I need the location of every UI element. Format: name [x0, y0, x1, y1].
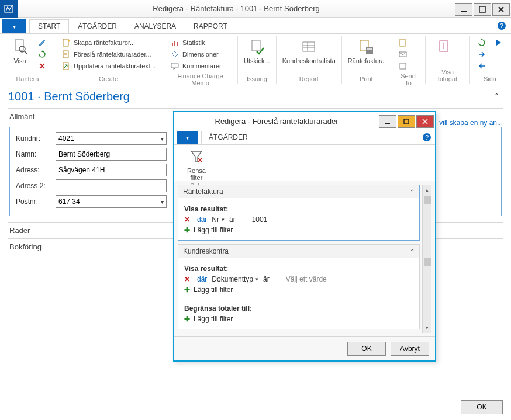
refresh-icon: [477, 38, 486, 47]
rensa-filter-button[interactable]: Rensa filter: [184, 147, 209, 181]
mail-icon: [398, 50, 408, 59]
tab-analysera[interactable]: ANALYSERA: [126, 19, 185, 33]
tab-start[interactable]: START: [29, 19, 69, 33]
namn-input[interactable]: [56, 148, 167, 161]
svg-rect-17: [366, 47, 373, 54]
adress-input[interactable]: [56, 164, 167, 176]
scroll-down-icon[interactable]: ▾: [423, 322, 431, 333]
group-bifogat-title: Visa bifogat: [431, 67, 464, 82]
skapa-rantefakturor-button[interactable]: Skapa räntefakturor...: [60, 37, 157, 48]
statistik-button[interactable]: Statistik: [169, 37, 223, 48]
filter-1-field-select[interactable]: Nr: [212, 216, 225, 224]
adress2-input[interactable]: [56, 179, 167, 192]
visa-button[interactable]: Visa: [7, 37, 33, 64]
utskick-button[interactable]: Utskick...: [244, 37, 270, 64]
print-calc-icon: [357, 37, 375, 56]
attachment-icon: [435, 37, 454, 56]
prev-button[interactable]: [476, 61, 488, 71]
filter-2-field-select[interactable]: Dokumenttyp: [212, 275, 258, 283]
side-panel: vill skapa en ny an...: [439, 117, 503, 127]
tab-rapport[interactable]: RAPPORT: [185, 19, 236, 33]
plus-icon-2: ✚: [184, 286, 190, 294]
add-filter-2-button[interactable]: ✚ Lägg till filter: [184, 286, 413, 294]
side-create-link[interactable]: vill skapa en ny an...: [439, 119, 503, 127]
doc-send-icon: [398, 38, 408, 47]
svg-rect-23: [385, 123, 390, 124]
section-collapse-icon[interactable]: ⌃: [410, 189, 415, 195]
sendto-2-button[interactable]: [397, 49, 409, 60]
refresh-small-button[interactable]: [36, 49, 48, 60]
delete-x-icon: [37, 61, 47, 71]
postnr-select[interactable]: 617 34: [56, 195, 167, 208]
dialog-help-icon[interactable]: ?: [422, 133, 431, 142]
svg-rect-11: [174, 41, 175, 46]
dialog-button-bar: OK Avbryt: [174, 336, 435, 360]
remove-filter-2-button[interactable]: ✕: [184, 275, 192, 283]
visa-resultat-label-2: Visa resultat:: [184, 265, 413, 273]
group-report-title: Report: [282, 74, 336, 82]
comment-icon: [170, 61, 179, 71]
plus-icon-3: ✚: [184, 315, 190, 323]
filter-2-value-placeholder[interactable]: Välj ett värde: [286, 275, 327, 283]
sendto-3-button[interactable]: [397, 61, 409, 71]
kommentarer-button[interactable]: Kommentarer: [169, 61, 223, 71]
svg-rect-24: [404, 119, 409, 124]
group-create-title: Create: [60, 74, 157, 82]
svg-rect-18: [367, 48, 372, 50]
foresla-rader-button[interactable]: Föreslå räntefakturarader...: [60, 49, 157, 60]
tab-atgarder[interactable]: ÅTGÄRDER: [69, 19, 126, 33]
funnel-x-icon: [187, 147, 206, 166]
doc-arrow-icon: [61, 61, 71, 71]
dialog-scrollbar[interactable]: ▴ ▾: [422, 185, 431, 333]
refresh-page-button[interactable]: [476, 37, 488, 48]
plus-icon: ✚: [184, 226, 190, 234]
svg-rect-14: [252, 40, 260, 51]
sendto-1-button[interactable]: [397, 37, 409, 48]
dialog-cancel-button[interactable]: Avbryt: [391, 342, 429, 356]
kundreskontra-section: Kundreskontra ⌃ Visa resultat: ✕ där Dok…: [178, 244, 420, 329]
play-button[interactable]: [492, 37, 504, 48]
next-button[interactable]: [476, 49, 488, 60]
collapse-caret-icon[interactable]: ⌃: [494, 92, 499, 100]
dialog-app-menu-button[interactable]: [177, 131, 198, 144]
remove-filter-1-button[interactable]: ✕: [184, 216, 192, 224]
filter-row-2: ✕ där Dokumenttyp är Välj ett värde: [184, 275, 413, 283]
close-button[interactable]: [492, 3, 510, 16]
maximize-button[interactable]: [474, 3, 491, 16]
visa-bifogat-button[interactable]: [431, 37, 457, 56]
help-icon[interactable]: ?: [497, 21, 506, 30]
rantefaktura-print-button[interactable]: Räntefaktura: [348, 37, 385, 64]
filter-row-1: ✕ där Nr är 1001: [184, 216, 413, 224]
dialog-maximize-button[interactable]: [398, 115, 415, 128]
kundreskontralista-button[interactable]: Kundreskontralista: [282, 37, 336, 64]
svg-rect-10: [172, 43, 173, 46]
uppdatera-text-button[interactable]: Uppdatera räntefakturatext...: [60, 61, 157, 71]
add-filter-1-button[interactable]: ✚ Lägg till filter: [184, 226, 413, 234]
filter-1-value[interactable]: 1001: [252, 216, 268, 224]
edit-small-button[interactable]: [36, 37, 48, 48]
namn-label: Namn:: [16, 150, 56, 158]
dialog-close-button[interactable]: [416, 115, 434, 128]
page-magnify-icon: [11, 37, 29, 56]
minimize-button[interactable]: [455, 3, 472, 16]
dialog-minimize-button[interactable]: [379, 115, 396, 128]
scroll-thumb[interactable]: [424, 196, 431, 204]
doc-sparkle-icon: [61, 38, 71, 47]
scroll-up-icon[interactable]: ▴: [423, 185, 431, 195]
window-title: Redigera - Räntefaktura - 1001 · Bernt S…: [18, 4, 455, 13]
section-collapse-icon-2[interactable]: ⌃: [410, 248, 415, 255]
is-2: är: [263, 275, 270, 283]
refresh-green-icon: [37, 50, 47, 59]
doc-lines-icon: [61, 50, 71, 59]
kundnr-select[interactable]: 4021: [56, 132, 167, 145]
arrow-left-icon: [477, 61, 486, 71]
suggest-lines-dialog: Redigera - Föreslå räntefakturarader ÅTG…: [173, 111, 436, 362]
main-ok-button[interactable]: OK: [461, 400, 503, 414]
dialog-tab-atgarder[interactable]: ÅTGÄRDER: [201, 131, 255, 144]
delete-small-button[interactable]: [36, 61, 48, 71]
is-1: är: [229, 216, 236, 224]
dialog-ok-button[interactable]: OK: [347, 342, 386, 356]
dimensioner-button[interactable]: Dimensioner: [169, 49, 223, 60]
add-filter-3-button[interactable]: ✚ Lägg till filter: [184, 315, 413, 323]
app-menu-button[interactable]: [2, 19, 26, 33]
